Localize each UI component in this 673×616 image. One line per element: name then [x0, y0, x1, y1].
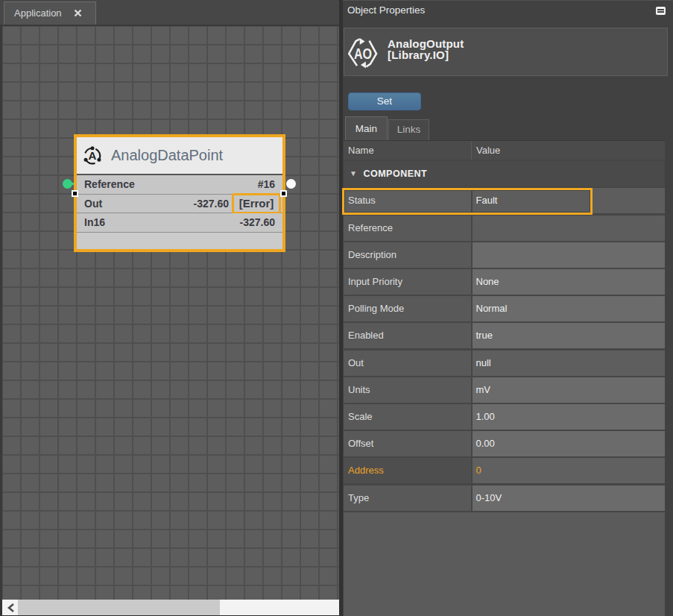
svg-text:A: A	[89, 149, 97, 162]
svg-text:AO: AO	[354, 45, 372, 62]
